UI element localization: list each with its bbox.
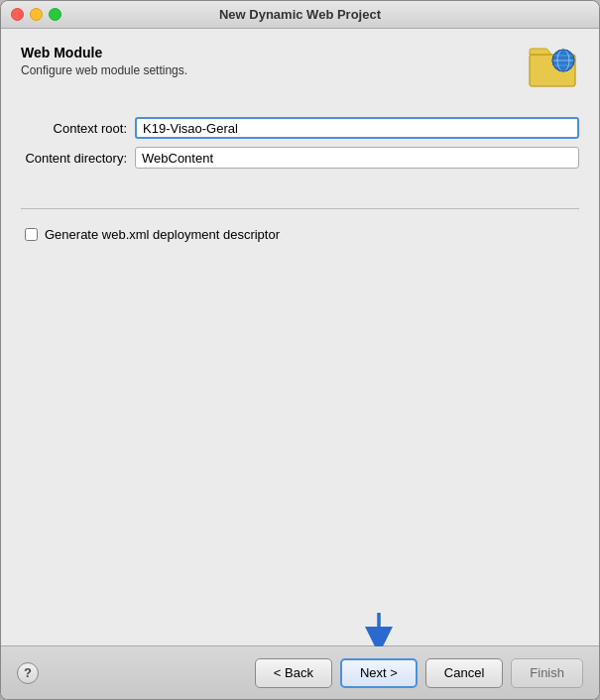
back-button[interactable]: < Back xyxy=(255,658,332,688)
folder-globe-icon xyxy=(528,41,579,88)
close-button[interactable] xyxy=(11,8,24,21)
finish-label: Finish xyxy=(530,665,564,680)
title-bar: New Dynamic Web Project xyxy=(1,1,599,29)
content-directory-row: Content directory: xyxy=(21,147,579,169)
content-directory-label: Content directory: xyxy=(21,151,135,166)
divider xyxy=(21,208,579,209)
context-root-input[interactable] xyxy=(135,117,579,139)
content-spacer xyxy=(21,242,579,636)
next-button[interactable]: Next > xyxy=(340,658,418,688)
section-title: Web Module xyxy=(21,45,528,60)
generate-xml-row: Generate web.xml deployment descriptor xyxy=(25,227,579,242)
navigation-buttons: < Back Next > Cancel xyxy=(255,658,583,688)
help-label: ? xyxy=(24,665,32,680)
next-label: Next > xyxy=(360,665,398,680)
cancel-label: Cancel xyxy=(444,665,484,680)
header-text: Web Module Configure web module settings… xyxy=(21,45,528,97)
window-title: New Dynamic Web Project xyxy=(219,7,381,22)
finish-button[interactable]: Finish xyxy=(511,658,583,688)
maximize-button[interactable] xyxy=(49,8,61,21)
generate-xml-label: Generate web.xml deployment descriptor xyxy=(45,227,280,242)
form-section: Context root: Content directory: xyxy=(21,117,579,176)
cancel-button[interactable]: Cancel xyxy=(425,658,503,688)
section-subtitle: Configure web module settings. xyxy=(21,63,528,77)
context-root-row: Context root: xyxy=(21,117,579,139)
generate-xml-checkbox[interactable] xyxy=(25,228,38,241)
traffic-lights xyxy=(11,8,61,21)
help-button[interactable]: ? xyxy=(17,662,39,684)
next-arrow-icon xyxy=(363,611,395,646)
header-row: Web Module Configure web module settings… xyxy=(21,45,579,97)
back-label: < Back xyxy=(274,665,313,680)
context-root-label: Context root: xyxy=(21,121,135,136)
bottom-bar: ? < Back Next > xyxy=(1,645,599,699)
content-directory-input[interactable] xyxy=(135,147,579,169)
next-button-container: Next > xyxy=(340,658,418,688)
content-area: Web Module Configure web module settings… xyxy=(1,29,599,645)
minimize-button[interactable] xyxy=(30,8,43,21)
main-window: New Dynamic Web Project Web Module Confi… xyxy=(0,0,600,700)
